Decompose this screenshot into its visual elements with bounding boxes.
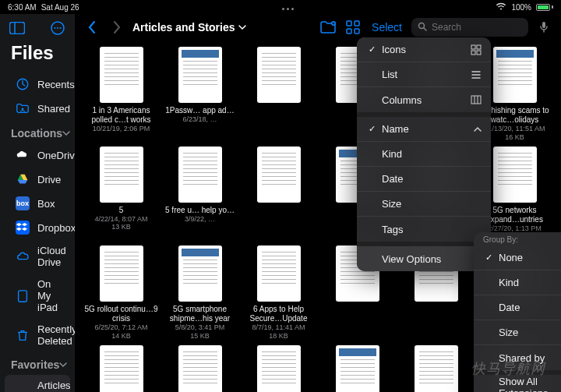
checkmark-icon: ✓ (366, 124, 377, 134)
chevron-down-icon (62, 127, 70, 139)
svg-point-5 (60, 27, 62, 29)
sidebar-item-onmyipad[interactable]: On My iPad (5, 274, 70, 318)
group-option[interactable]: ✓None (474, 245, 561, 270)
search-input[interactable] (432, 22, 522, 33)
file-date: 10/21/19, 2:06 PM (93, 125, 150, 133)
sort-option[interactable]: Tags (357, 217, 491, 242)
view-mode-option[interactable]: Columns (357, 87, 491, 112)
sidebar: Files Recents Shared Locations OneDrive (0, 14, 75, 392)
folder-title-button[interactable]: Articles and Stories (132, 21, 246, 34)
sidebar-item-recents[interactable]: Recents (5, 72, 70, 96)
file-item[interactable]: 7 Deloitte predicti…r 2022 12/8/21, … (163, 345, 237, 392)
dictate-button[interactable] (535, 18, 553, 37)
sidebar-item-label: Box (37, 198, 55, 210)
file-item[interactable] (242, 147, 316, 242)
file-size: 18 KB (269, 332, 288, 341)
sidebar-item-label: iCloud Drive (37, 245, 66, 268)
document-thumbnail-icon (257, 345, 301, 392)
group-option[interactable]: Size (474, 320, 561, 345)
file-name: 5G smartphone shipme…his year (163, 305, 237, 323)
sidebar-item-articles[interactable]: Articles and Stories (5, 375, 70, 392)
file-item[interactable] (242, 47, 316, 142)
app-title: Files (0, 42, 75, 70)
svg-rect-13 (355, 29, 359, 34)
file-item[interactable]: 5 4/22/14, 8:07 AM 13 KB (84, 147, 158, 242)
file-item[interactable]: 1Passw… app ad… 6/23/18, … (163, 47, 237, 142)
svg-rect-0 (10, 23, 25, 34)
document-thumbnail-icon (493, 147, 537, 203)
sort-option[interactable]: Kind (357, 142, 491, 167)
checkmark-icon: ✓ (483, 253, 494, 263)
chevron-down-icon (59, 358, 67, 371)
file-item[interactable]: 1 in 3 Americans polled c…t works 10/21/… (84, 47, 158, 142)
status-bar: 6:30 AM Sat Aug 26 100% (0, 0, 561, 14)
file-date: 6/23/18, … (182, 115, 217, 124)
sidebar-item-drive[interactable]: Drive (5, 168, 70, 191)
sidebar-toggle-icon[interactable] (9, 22, 25, 37)
locations-header[interactable]: Locations (0, 124, 75, 143)
select-button[interactable]: Select (369, 21, 405, 34)
more-options-icon[interactable] (50, 20, 65, 39)
view-options-row[interactable]: View Options (357, 246, 491, 271)
battery-icon (536, 4, 553, 11)
sort-option[interactable]: ✓Name (357, 117, 491, 142)
sidebar-item-icloud[interactable]: iCloud Drive (5, 240, 70, 273)
file-name: 5 free u… help yo… (163, 206, 237, 215)
file-item[interactable]: 5 free u… help yo… 3/9/22, … (163, 147, 237, 242)
group-option[interactable]: Date (474, 295, 561, 320)
svg-rect-11 (355, 21, 359, 26)
gdrive-icon (16, 172, 30, 186)
sort-option[interactable]: Size (357, 192, 491, 217)
sidebar-item-onedrive[interactable]: OneDrive (5, 143, 70, 167)
multitask-dots-icon[interactable] (282, 8, 294, 10)
grid-icon (469, 44, 482, 55)
svg-rect-15 (542, 22, 545, 28)
sidebar-item-box[interactable]: box Box (5, 192, 70, 215)
view-mode-button[interactable] (344, 18, 362, 37)
group-by-header: Group By: (474, 232, 561, 245)
group-option[interactable]: Kind (474, 270, 561, 295)
file-item[interactable]: 7 New Tricks iOS 13 Add…ssages 10/2/21, … (242, 345, 316, 392)
svg-rect-16 (471, 45, 475, 49)
document-thumbnail-icon (257, 47, 301, 103)
document-thumbnail-icon (178, 345, 222, 392)
document-thumbnail-icon (178, 245, 222, 302)
search-field[interactable] (411, 18, 528, 37)
sort-option[interactable]: Date (357, 167, 491, 192)
view-mode-option[interactable]: List (357, 62, 491, 87)
file-item[interactable]: 5G rollout continu…9 crisis 6/25/20, 7:1… (84, 245, 158, 341)
sidebar-item-dropbox[interactable]: Dropbox (5, 216, 70, 239)
sidebar-item-recently-deleted[interactable]: Recently Deleted (5, 319, 70, 351)
back-button[interactable] (83, 18, 101, 37)
document-thumbnail-icon (100, 47, 143, 103)
document-thumbnail-icon (336, 345, 379, 392)
file-date: 11/13/20, 11:51 AM (484, 125, 545, 133)
favorites-header[interactable]: Favorites (0, 355, 75, 374)
forward-button (108, 18, 126, 37)
view-mode-option[interactable]: ✓Icons (357, 37, 491, 62)
sidebar-item-label: Recently Deleted (37, 323, 75, 347)
file-item[interactable]: 5G smartphone shipme…his year 5/8/20, 3:… (163, 245, 237, 341)
file-item[interactable]: 6 Apps to Help Secure…Update 8/7/19, 11:… (242, 245, 316, 341)
chevron-down-icon (238, 21, 246, 34)
file-item[interactable]: 6 trends that will affect I…in 2021 12/8… (84, 345, 158, 392)
group-option[interactable]: Shared by (474, 345, 561, 370)
file-item[interactable]: 7 obst… orga… (320, 345, 394, 392)
battery-percent: 100% (511, 3, 531, 12)
svg-rect-17 (477, 45, 481, 49)
sidebar-item-shared[interactable]: Shared (5, 97, 70, 120)
file-size: 16 KB (505, 133, 524, 142)
file-date: 6/25/20, 7:12 AM (94, 323, 147, 332)
list-icon (469, 69, 482, 80)
ipad-icon (16, 289, 30, 303)
document-thumbnail-icon (178, 147, 222, 203)
file-size: 15 KB (190, 332, 210, 341)
new-folder-button[interactable] (319, 18, 337, 37)
file-size: 13 KB (111, 223, 131, 231)
search-icon (418, 20, 427, 34)
file-item[interactable]: 6/8/20, 8:54 AM (399, 345, 473, 392)
show-all-extensions-row[interactable]: Show All Extensions (474, 375, 561, 392)
group-popover: Group By: ✓NoneKindDateSizeShared by Sho… (474, 232, 561, 392)
file-date: 4/22/14, 8:07 AM (94, 215, 147, 224)
columns-icon (469, 94, 482, 105)
